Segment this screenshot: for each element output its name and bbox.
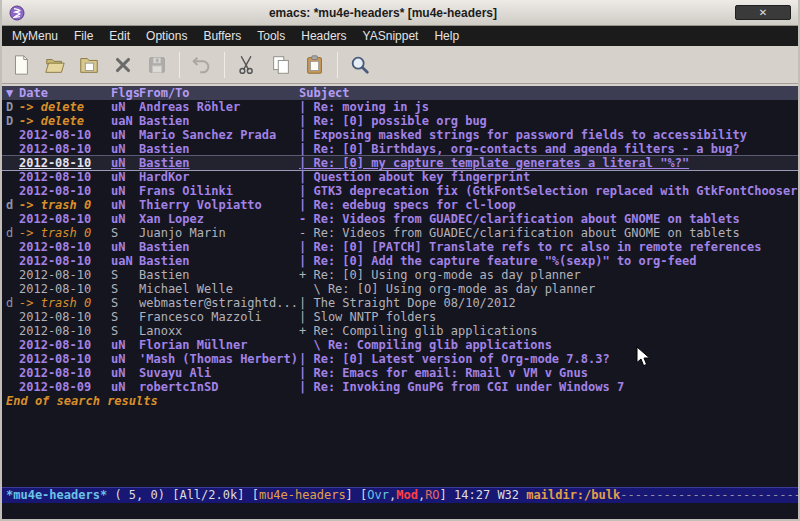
message-date: -> trash 0 — [19, 198, 111, 212]
column-header-subject[interactable]: Subject — [299, 86, 798, 100]
message-mark — [6, 240, 19, 254]
column-header-date[interactable]: Date — [19, 86, 111, 100]
menu-item-file[interactable]: File — [66, 27, 101, 45]
message-row[interactable]: d-> trash 0uNThierry Volpiatto| Re: edeb… — [2, 198, 798, 212]
message-mark — [6, 128, 19, 142]
mode-line-segment: Ovr — [367, 488, 389, 502]
message-from: robertcInSD — [139, 380, 299, 394]
message-date: 2012-08-10 — [19, 142, 111, 156]
titlebar[interactable]: emacs: *mu4e-headers* [mu4e-headers] ✕ — [2, 0, 798, 26]
column-header-flags[interactable]: Flgs — [111, 86, 139, 100]
message-flags: uN — [111, 380, 139, 394]
message-from: Francesco Mazzoli — [139, 310, 299, 324]
message-row[interactable]: 2012-08-10SLanoxx+ Re: Compiling glib ap… — [2, 324, 798, 338]
message-flags: uN — [111, 128, 139, 142]
message-subject: - Re: Videos from GUADEC/clarification a… — [299, 226, 798, 240]
message-flags: S — [111, 324, 139, 338]
message-row[interactable]: 2012-08-10uNBastien| Re: [0] my capture … — [2, 156, 798, 170]
paste-icon[interactable] — [300, 50, 330, 80]
message-date: 2012-08-09 — [19, 380, 111, 394]
message-flags: S — [111, 296, 139, 310]
message-mark: d — [6, 296, 19, 310]
message-date: 2012-08-10 — [19, 352, 111, 366]
menu-item-headers[interactable]: Headers — [293, 27, 354, 45]
new-file-icon[interactable] — [6, 50, 36, 80]
message-row[interactable]: 2012-08-10uNMario Sanchez Prada| Exposin… — [2, 128, 798, 142]
search-icon[interactable] — [345, 50, 375, 80]
message-row[interactable]: 2012-08-10uNFlorian Müllner \ Re: Compil… — [2, 338, 798, 352]
message-from: HardKor — [139, 170, 299, 184]
cut-icon[interactable] — [232, 50, 262, 80]
message-row[interactable]: 2012-08-10uN'Mash (Thomas Herbert)| Re: … — [2, 352, 798, 366]
sort-direction-icon[interactable]: ▼ — [6, 86, 19, 100]
message-row[interactable]: 2012-08-10uaNBastien| Re: [0] Add the ca… — [2, 254, 798, 268]
message-row[interactable]: d-> trash 0Swebmaster@straightd...| The … — [2, 296, 798, 310]
message-mark — [6, 352, 19, 366]
message-subject: | GTK3 deprecation fix (GtkFontSelection… — [299, 184, 798, 198]
end-of-results: End of search results — [2, 394, 798, 408]
message-row[interactable]: 2012-08-10uNSuvayu Ali| Re: Emacs for em… — [2, 366, 798, 380]
message-subject: | Re: [0] Birthdays, org-contacts and ag… — [299, 142, 798, 156]
message-flags: uN — [111, 240, 139, 254]
window-close-button[interactable]: ✕ — [735, 5, 791, 20]
menu-item-help[interactable]: Help — [426, 27, 467, 45]
menu-bar: MyMenuFileEditOptionsBuffersToolsHeaders… — [2, 26, 798, 46]
message-row[interactable]: 2012-08-10SMichael Welle \ Re: [O] Using… — [2, 282, 798, 296]
message-flags: uN — [111, 170, 139, 184]
toolbar-separator — [224, 52, 225, 78]
message-row[interactable]: D-> deleteuaNBastien| Re: [0] possible o… — [2, 114, 798, 128]
message-flags: S — [111, 310, 139, 324]
message-from: Bastien — [139, 142, 299, 156]
echo-area[interactable] — [2, 503, 798, 519]
message-subject: | Re: [0] my capture template generates … — [299, 156, 798, 170]
message-row[interactable]: 2012-08-10SFrancesco Mazzoli| Slow NNTP … — [2, 310, 798, 324]
message-row[interactable]: 2012-08-10uNBastien| Re: [0] Birthdays, … — [2, 142, 798, 156]
menu-item-mymenu[interactable]: MyMenu — [4, 27, 66, 45]
mode-line-segment: mu4e-headers — [259, 488, 346, 502]
message-flags: uN — [111, 212, 139, 226]
open-file-icon[interactable] — [40, 50, 70, 80]
message-row[interactable]: D-> deleteuNAndreas Röhler| Re: moving i… — [2, 100, 798, 114]
menu-item-options[interactable]: Options — [138, 27, 195, 45]
copy-icon[interactable] — [266, 50, 296, 80]
message-mark: D — [6, 114, 19, 128]
message-row[interactable]: 2012-08-10SBastien+ Re: [0] Using org-mo… — [2, 268, 798, 282]
message-subject: | Exposing masked strings for password f… — [299, 128, 798, 142]
message-subject: | Re: [0] [PATCH] Translate refs to rc a… — [299, 240, 798, 254]
message-subject: | Slow NNTP folders — [299, 310, 798, 324]
column-header-from[interactable]: From/To — [139, 86, 299, 100]
message-row[interactable]: 2012-08-09uNrobertcInSD| Re: Invoking Gn… — [2, 380, 798, 394]
message-from: Lanoxx — [139, 324, 299, 338]
mode-line-segment: maildir:/bulk — [526, 488, 620, 502]
emacs-app-icon — [9, 5, 25, 21]
message-row[interactable]: d-> trash 0SJuanjo Marin- Re: Videos fro… — [2, 226, 798, 240]
message-flags: S — [111, 268, 139, 282]
mode-line[interactable]: *mu4e-headers* ( 5, 0) [All/2.0k] [mu4e-… — [2, 487, 798, 503]
message-date: 2012-08-10 — [19, 156, 111, 170]
message-mark — [6, 380, 19, 394]
menu-item-yasnippet[interactable]: YASnippet — [355, 27, 427, 45]
menu-item-tools[interactable]: Tools — [249, 27, 293, 45]
message-subject: \ Re: [O] Using org-mode as day planner — [299, 282, 798, 296]
mode-line-segment: ] — [346, 488, 360, 502]
message-mark — [6, 324, 19, 338]
mode-line-segment: ] — [440, 488, 454, 502]
message-date: -> delete — [19, 100, 111, 114]
message-flags: S — [111, 226, 139, 240]
menu-item-edit[interactable]: Edit — [101, 27, 138, 45]
menu-item-buffers[interactable]: Buffers — [195, 27, 249, 45]
mode-line-segment: ----------------------------------------… — [620, 488, 798, 502]
message-row[interactable]: 2012-08-10uNHardKor| Question about key … — [2, 170, 798, 184]
dired-icon[interactable] — [74, 50, 104, 80]
message-mark — [6, 142, 19, 156]
message-flags: uN — [111, 156, 139, 170]
message-from: Andreas Röhler — [139, 100, 299, 114]
message-row[interactable]: 2012-08-10uNBastien| Re: [0] [PATCH] Tra… — [2, 240, 798, 254]
message-row[interactable]: 2012-08-10uNFrans Oilinki| GTK3 deprecat… — [2, 184, 798, 198]
message-date: -> trash 0 — [19, 226, 111, 240]
message-date: 2012-08-10 — [19, 324, 111, 338]
message-date: 2012-08-10 — [19, 254, 111, 268]
message-row[interactable]: 2012-08-10uNXan Lopez- Re: Videos from G… — [2, 212, 798, 226]
kill-buffer-icon[interactable] — [108, 50, 138, 80]
mode-line-segment: Mod — [396, 488, 418, 502]
